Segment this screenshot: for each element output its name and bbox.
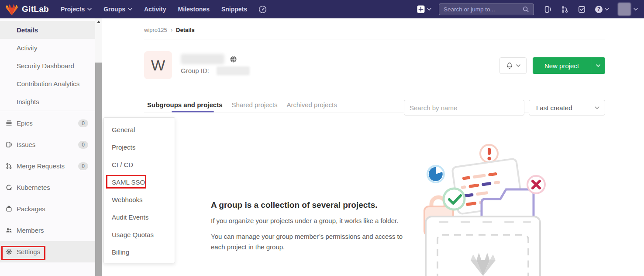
scrollbar-up-arrow-icon[interactable] bbox=[95, 18, 102, 25]
brand-title[interactable]: GitLab bbox=[22, 4, 49, 14]
breadcrumb-separator-icon bbox=[171, 27, 172, 33]
issues-icon[interactable] bbox=[544, 6, 551, 13]
sidebar-item-activity[interactable]: Activity bbox=[0, 39, 95, 57]
active-tab-indicator bbox=[172, 111, 214, 112]
new-menu-button[interactable] bbox=[417, 5, 431, 13]
empty-state-line1: If you organize your projects under a gr… bbox=[211, 216, 415, 226]
sidebar-divider bbox=[0, 111, 95, 111]
sort-dropdown[interactable]: Last created bbox=[529, 100, 605, 115]
settings-menu-general[interactable]: General bbox=[104, 121, 175, 138]
todo-check-icon[interactable] bbox=[578, 6, 585, 13]
epic-icon bbox=[5, 120, 12, 127]
sidebar-item-merge-requests[interactable]: Merge Requests 0 bbox=[0, 155, 95, 177]
nav-snippets[interactable]: Snippets bbox=[221, 6, 247, 13]
check-circle-icon bbox=[444, 189, 465, 210]
group-tabs: Subgroups and projects Shared projects A… bbox=[147, 101, 337, 108]
new-project-label: New project bbox=[533, 57, 591, 74]
settings-menu-audit-events[interactable]: Audit Events bbox=[104, 208, 175, 226]
search-by-name-input[interactable] bbox=[404, 100, 524, 115]
gitlab-logo-icon[interactable] bbox=[5, 3, 18, 15]
empty-state-illustration bbox=[415, 141, 554, 276]
chevron-down-icon bbox=[605, 8, 609, 10]
search-icon bbox=[523, 6, 529, 13]
package-icon bbox=[5, 206, 12, 213]
top-navbar: GitLab Projects Groups Activity Mileston… bbox=[0, 0, 644, 18]
sidebar-item-packages[interactable]: Packages bbox=[0, 198, 95, 220]
public-globe-icon bbox=[230, 56, 237, 63]
group-name-redacted bbox=[181, 54, 224, 64]
breadcrumb: wipro125 Details bbox=[144, 27, 195, 33]
tab-subgroups-and-projects[interactable]: Subgroups and projects bbox=[147, 101, 223, 108]
kubernetes-icon bbox=[5, 184, 12, 191]
settings-menu-usage-quotas[interactable]: Usage Quotas bbox=[104, 226, 175, 243]
global-search[interactable] bbox=[439, 3, 534, 15]
group-id-redacted bbox=[217, 66, 250, 75]
settings-menu-billing[interactable]: Billing bbox=[104, 243, 175, 261]
settings-menu-ci-cd[interactable]: CI / CD bbox=[104, 156, 175, 173]
sidebar-item-contribution-analytics[interactable]: Contribution Analytics bbox=[0, 75, 95, 93]
exclamation-icon bbox=[480, 145, 498, 162]
sidebar-item-issues[interactable]: Issues 0 bbox=[0, 134, 95, 155]
group-avatar: W bbox=[144, 51, 172, 79]
merge-requests-count-badge: 0 bbox=[78, 162, 88, 170]
sidebar-item-kubernetes[interactable]: Kubernetes bbox=[0, 177, 95, 198]
nav-activity[interactable]: Activity bbox=[144, 6, 166, 13]
plus-square-icon bbox=[417, 5, 425, 13]
issues-count-badge: 0 bbox=[78, 141, 88, 149]
empty-state-line2: You can manage your group member’s permi… bbox=[211, 231, 415, 252]
operations-gauge-icon[interactable] bbox=[258, 5, 267, 14]
issues-icon bbox=[5, 141, 12, 148]
global-search-input[interactable] bbox=[444, 6, 523, 13]
empty-state-title: A group is a collection of several proje… bbox=[211, 200, 415, 210]
x-circle-icon bbox=[527, 176, 545, 193]
chevron-down-icon bbox=[595, 106, 599, 109]
sidebar-item-details[interactable]: Details bbox=[0, 21, 95, 39]
settings-menu-webhooks[interactable]: Webhooks bbox=[104, 191, 175, 208]
new-project-button[interactable]: New project bbox=[533, 57, 605, 74]
settings-menu-projects[interactable]: Projects bbox=[104, 138, 175, 156]
chevron-down-icon bbox=[128, 8, 132, 10]
sidebar-item-security-dashboard[interactable]: Security Dashboard bbox=[0, 57, 95, 75]
tab-archived-projects[interactable]: Archived projects bbox=[287, 101, 337, 108]
scrollbar-thumb[interactable] bbox=[95, 63, 102, 276]
breadcrumb-current: Details bbox=[176, 27, 195, 33]
chevron-down-icon bbox=[87, 8, 92, 10]
nav-projects[interactable]: Projects bbox=[61, 6, 92, 13]
pocket bbox=[426, 217, 540, 276]
avatar bbox=[618, 3, 631, 16]
new-project-dropdown[interactable] bbox=[591, 57, 605, 74]
chevron-down-icon bbox=[596, 64, 600, 67]
merge-request-icon[interactable] bbox=[561, 6, 568, 13]
empty-state-text: A group is a collection of several proje… bbox=[211, 200, 415, 258]
help-icon bbox=[595, 6, 603, 13]
settings-submenu: General Projects CI / CD SAML SSO Webhoo… bbox=[103, 117, 175, 263]
chevron-down-icon bbox=[634, 8, 638, 10]
help-menu[interactable] bbox=[595, 6, 609, 13]
highlight-box-settings bbox=[1, 246, 45, 260]
nav-milestones[interactable]: Milestones bbox=[178, 6, 210, 13]
chevron-down-icon bbox=[427, 8, 431, 10]
header-divider bbox=[144, 39, 605, 39]
sidebar-item-members[interactable]: Members bbox=[0, 220, 95, 241]
sidebar-item-insights[interactable]: Insights bbox=[0, 93, 95, 111]
nav-groups[interactable]: Groups bbox=[103, 6, 132, 13]
chevron-down-icon bbox=[516, 64, 520, 67]
group-sidebar: Details Activity Security Dashboard Cont… bbox=[0, 18, 95, 276]
group-id-label: Group ID: bbox=[181, 67, 209, 74]
epics-count-badge: 0 bbox=[78, 119, 88, 127]
highlight-box-saml-sso bbox=[106, 175, 146, 189]
breadcrumb-group[interactable]: wipro125 bbox=[144, 27, 167, 33]
members-icon bbox=[5, 227, 12, 234]
navbar-icon-group bbox=[544, 6, 609, 13]
sidebar-scrollbar[interactable] bbox=[95, 18, 102, 276]
merge-request-icon bbox=[5, 163, 12, 170]
tab-shared-projects[interactable]: Shared projects bbox=[232, 101, 278, 108]
notification-setting-button[interactable] bbox=[499, 57, 527, 74]
sidebar-item-epics[interactable]: Epics 0 bbox=[0, 112, 95, 134]
user-menu[interactable] bbox=[618, 3, 638, 16]
bell-icon bbox=[506, 62, 513, 69]
pie-chart-icon bbox=[427, 166, 444, 182]
